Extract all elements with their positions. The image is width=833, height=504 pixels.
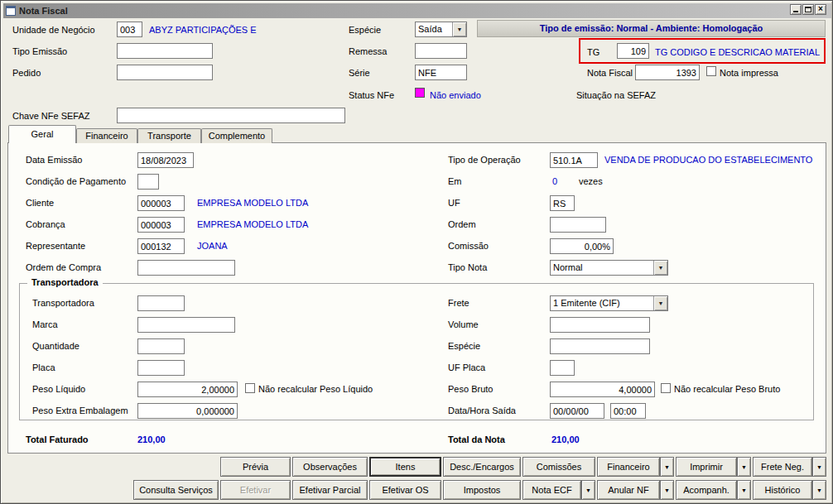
em-suffix: vezes bbox=[579, 176, 603, 187]
observacoes-button[interactable]: Observações bbox=[292, 457, 368, 477]
especie-dropdown-button[interactable]: ▼ bbox=[452, 22, 466, 36]
chevron-down-icon: ▼ bbox=[741, 487, 747, 493]
tipo-emissao-input[interactable] bbox=[117, 43, 213, 59]
marca-input[interactable] bbox=[137, 317, 235, 333]
cliente-input[interactable] bbox=[137, 195, 185, 211]
tipo-emissao-label: Tipo Emissão bbox=[12, 46, 67, 57]
nota-ecf-button[interactable]: Nota ECF bbox=[522, 480, 581, 500]
frete-neg-dropdown-button[interactable]: ▼ bbox=[812, 457, 826, 477]
data-hora-saida-label: Data/Hora Saída bbox=[448, 406, 516, 416]
nota-ecf-dropdown-button[interactable]: ▼ bbox=[581, 480, 595, 500]
peso-extra-input[interactable] bbox=[137, 403, 238, 419]
frete-value: 1 Emitente (CIF) bbox=[553, 298, 620, 308]
window-icon bbox=[6, 6, 16, 16]
frete-dropdown-button[interactable]: ▼ bbox=[653, 296, 667, 310]
chevron-down-icon: ▼ bbox=[585, 487, 591, 493]
especie-transporte-input[interactable] bbox=[550, 338, 650, 354]
anular-nf-button[interactable]: Anular NF bbox=[597, 480, 660, 500]
comissao-input[interactable] bbox=[550, 238, 614, 254]
unidade-negocio-label: Unidade de Negócio bbox=[12, 25, 95, 36]
placa-input[interactable] bbox=[137, 360, 185, 376]
nota-impressa-checkbox[interactable] bbox=[706, 66, 716, 76]
ordem-compra-input[interactable] bbox=[137, 260, 235, 276]
representante-description: JOANA bbox=[197, 241, 228, 252]
title-bar: Nota Fiscal bbox=[3, 3, 831, 18]
remessa-input[interactable] bbox=[415, 43, 467, 59]
anular-nf-dropdown-button[interactable]: ▼ bbox=[660, 480, 674, 500]
peso-bruto-input[interactable] bbox=[550, 382, 655, 397]
representante-input[interactable] bbox=[137, 238, 185, 254]
chave-nfe-input[interactable] bbox=[117, 108, 345, 123]
tipo-nota-select[interactable]: Normal ▼ bbox=[550, 260, 668, 276]
ordem-input[interactable] bbox=[550, 217, 606, 233]
situacao-sefaz-label: Situação na SEFAZ bbox=[576, 90, 656, 101]
financeiro-button[interactable]: Financeiro bbox=[597, 457, 660, 477]
placa-label: Placa bbox=[32, 362, 55, 373]
status-nfe-label: Status NFe bbox=[349, 90, 394, 101]
tab-transporte[interactable]: Transporte bbox=[137, 128, 201, 143]
serie-input[interactable] bbox=[415, 65, 467, 80]
hora-saida-input[interactable] bbox=[610, 403, 646, 419]
tab-complemento[interactable]: Complemento bbox=[201, 128, 272, 143]
consulta-servicos-button[interactable]: Consulta Serviços bbox=[133, 480, 219, 500]
comissao-label: Comissão bbox=[448, 241, 489, 252]
historico-button[interactable]: Histórico bbox=[753, 480, 812, 500]
volume-input[interactable] bbox=[550, 317, 650, 333]
cobranca-description: EMPRESA MODELO LTDA bbox=[197, 219, 308, 230]
efetivar-parcial-button[interactable]: Efetivar Parcial bbox=[292, 480, 368, 500]
window-title: Nota Fiscal bbox=[19, 6, 68, 16]
tg-input[interactable] bbox=[617, 43, 649, 59]
transportadora-group-title: Transportadora bbox=[27, 277, 103, 287]
desc-encargos-button[interactable]: Desc./Encargos bbox=[443, 457, 521, 477]
representante-label: Representante bbox=[26, 241, 85, 252]
financeiro-dropdown-button[interactable]: ▼ bbox=[660, 457, 674, 477]
close-button[interactable]: × bbox=[815, 4, 826, 15]
uf-input[interactable] bbox=[550, 195, 575, 211]
efetivar-os-button[interactable]: Efetivar OS bbox=[369, 480, 441, 500]
imprimir-dropdown-button[interactable]: ▼ bbox=[737, 457, 751, 477]
quantidade-input[interactable] bbox=[137, 338, 185, 354]
chevron-down-icon: ▼ bbox=[664, 487, 670, 493]
tipo-operacao-input[interactable] bbox=[550, 152, 598, 168]
data-emissao-input[interactable] bbox=[137, 152, 194, 168]
nota-fiscal-input[interactable] bbox=[635, 65, 700, 80]
pedido-input[interactable] bbox=[117, 65, 213, 80]
total-faturado-value: 210,00 bbox=[137, 434, 166, 444]
previa-button[interactable]: Prévia bbox=[220, 457, 291, 477]
minimize-button[interactable] bbox=[790, 4, 802, 15]
tab-geral[interactable]: Geral bbox=[8, 125, 76, 143]
maximize-button[interactable] bbox=[802, 4, 814, 15]
uf-placa-input[interactable] bbox=[550, 360, 575, 376]
nao-recalcular-peso-liquido-checkbox[interactable] bbox=[245, 383, 255, 393]
em-label: Em bbox=[448, 176, 462, 187]
transportadora-input[interactable] bbox=[137, 295, 185, 311]
acompanh-button[interactable]: Acompanh. bbox=[676, 480, 737, 500]
imprimir-button[interactable]: Imprimir bbox=[676, 457, 737, 477]
tipo-nota-dropdown-button[interactable]: ▼ bbox=[653, 261, 667, 275]
efetivar-button[interactable]: Efetivar bbox=[220, 480, 291, 500]
data-saida-input[interactable] bbox=[550, 403, 604, 419]
acompanh-dropdown-button[interactable]: ▼ bbox=[737, 480, 751, 500]
nao-recalcular-peso-bruto-checkbox[interactable] bbox=[661, 383, 671, 393]
total-faturado-label: Total Faturado bbox=[26, 434, 89, 444]
frete-neg-button[interactable]: Frete Neg. bbox=[753, 457, 812, 477]
peso-liquido-input[interactable] bbox=[137, 382, 238, 397]
especie-value: Saída bbox=[418, 24, 442, 34]
total-da-nota-label: Total da Nota bbox=[448, 434, 505, 444]
status-nfe-color-indicator bbox=[415, 88, 425, 98]
condicao-pagamento-input[interactable] bbox=[137, 174, 159, 190]
cobranca-input[interactable] bbox=[137, 217, 185, 233]
volume-label: Volume bbox=[448, 319, 479, 330]
historico-dropdown-button[interactable]: ▼ bbox=[812, 480, 826, 500]
comissoes-button[interactable]: Comissões bbox=[522, 457, 595, 477]
data-emissao-label: Data Emissão bbox=[26, 155, 82, 166]
frete-select[interactable]: 1 Emitente (CIF) ▼ bbox=[550, 295, 668, 311]
unidade-negocio-input[interactable] bbox=[117, 22, 142, 37]
peso-liquido-label: Peso Líquido bbox=[32, 384, 85, 395]
chevron-down-icon: ▼ bbox=[457, 26, 463, 32]
itens-button[interactable]: Itens bbox=[369, 457, 441, 477]
impostos-button[interactable]: Impostos bbox=[443, 480, 521, 500]
tab-financeiro[interactable]: Financeiro bbox=[76, 128, 137, 143]
unidade-negocio-description: ABYZ PARTICIPAÇÕES E bbox=[149, 25, 257, 36]
especie-select[interactable]: Saída ▼ bbox=[415, 22, 467, 37]
